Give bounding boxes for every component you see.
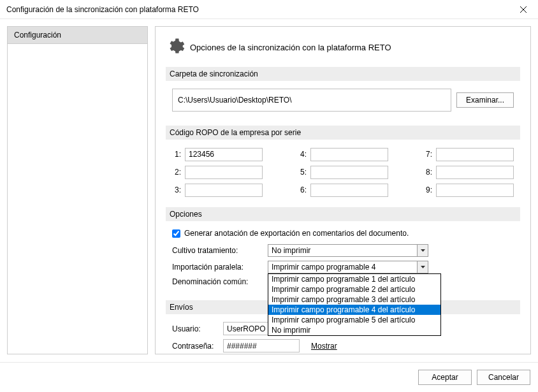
ropo-lbl-7: 7:: [423, 150, 432, 159]
ropo-lbl-5: 5:: [298, 168, 307, 177]
ropo-input-5[interactable]: [310, 166, 388, 179]
paralela-value: Imprimir campo programable 4: [272, 263, 375, 272]
ropo-input-8[interactable]: [436, 166, 514, 179]
ropo-input-9[interactable]: [436, 184, 514, 197]
ropo-input-6[interactable]: [310, 184, 388, 197]
ropo-lbl-8: 8:: [423, 168, 432, 177]
ropo-lbl-4: 4:: [298, 150, 307, 159]
ropo-lbl-2: 2:: [172, 168, 181, 177]
section-ropo-header: Código ROPO de la empresa por serie: [166, 126, 520, 140]
paralela-label: Importación paralela:: [172, 263, 268, 272]
browse-button[interactable]: Examinar...: [456, 92, 514, 108]
chevron-down-icon: [417, 245, 428, 256]
password-input[interactable]: [223, 339, 300, 352]
gear-icon: [166, 37, 185, 58]
sidebar-item-configuracion[interactable]: Configuración: [8, 27, 147, 44]
page-title-row: Opciones de la sincronización con la pla…: [166, 37, 520, 58]
ropo-input-4[interactable]: [310, 148, 388, 161]
user-label: Usuario:: [172, 324, 223, 333]
paralela-dropdown[interactable]: Imprimir campo programable 1 del artícul…: [268, 273, 441, 336]
ropo-input-7[interactable]: [436, 148, 514, 161]
paralela-combo[interactable]: Imprimir campo programable 4: [268, 261, 428, 273]
ropo-lbl-1: 1:: [172, 150, 181, 159]
dialog-footer: Aceptar Cancelar: [0, 362, 538, 392]
section-folder: Carpeta de sincronización Examinar...: [166, 67, 520, 118]
ropo-input-3[interactable]: [185, 184, 263, 197]
ropo-lbl-6: 6:: [298, 185, 307, 194]
cultivo-value: No imprimir: [272, 246, 310, 255]
sidebar: Configuración: [7, 26, 148, 354]
main-panel: Opciones de la sincronización con la pla…: [155, 26, 531, 354]
dropdown-option-1[interactable]: Imprimir campo programable 1 del artícul…: [268, 274, 440, 284]
dropdown-option-4[interactable]: Imprimir campo programable 4 del artícul…: [268, 305, 440, 315]
section-ropo: Código ROPO de la empresa por serie 1: 2…: [166, 126, 520, 200]
section-options: Opciones Generar anotación de exportació…: [166, 207, 520, 293]
dropdown-option-3[interactable]: Imprimir campo programable 3 del artícul…: [268, 294, 440, 305]
window-title: Configuración de la sincronización con p…: [6, 5, 509, 14]
cultivo-label: Cultivo tratamiento:: [172, 246, 268, 255]
cancel-button[interactable]: Cancelar: [477, 370, 530, 385]
close-button[interactable]: [509, 0, 538, 19]
export-annotation-checkbox[interactable]: [172, 229, 180, 238]
page-title: Opciones de la sincronización con la pla…: [190, 43, 391, 52]
ropo-lbl-3: 3:: [172, 185, 181, 194]
sidebar-item-label: Configuración: [14, 31, 61, 40]
ropo-input-2[interactable]: [185, 166, 263, 179]
close-icon: [520, 6, 527, 13]
password-label: Contraseña:: [172, 342, 223, 351]
ropo-lbl-9: 9:: [423, 185, 432, 194]
section-folder-header: Carpeta de sincronización: [166, 67, 520, 81]
dropdown-option-6[interactable]: No imprimir: [268, 325, 440, 335]
export-annotation-label: Generar anotación de exportación en come…: [184, 229, 409, 238]
cultivo-combo[interactable]: No imprimir: [268, 244, 428, 257]
show-password-link[interactable]: Mostrar: [311, 342, 337, 351]
denom-label: Denominación común:: [172, 277, 268, 286]
sync-folder-input[interactable]: [172, 89, 451, 112]
dialog-body: Configuración Opciones de la sincronizac…: [0, 19, 538, 361]
dropdown-option-2[interactable]: Imprimir campo programable 2 del artícul…: [268, 284, 440, 294]
ropo-input-1[interactable]: [185, 148, 263, 161]
dropdown-option-5[interactable]: Imprimir campo programable 5 del artícul…: [268, 315, 440, 325]
accept-button[interactable]: Aceptar: [418, 370, 472, 385]
chevron-down-icon: [417, 261, 428, 273]
titlebar: Configuración de la sincronización con p…: [0, 0, 538, 19]
section-options-header: Opciones: [166, 207, 520, 221]
